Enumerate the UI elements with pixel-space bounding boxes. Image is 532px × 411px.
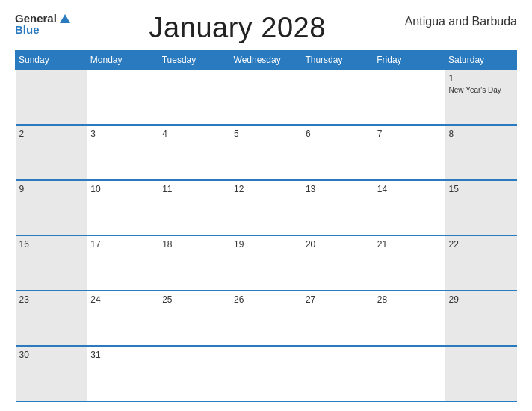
day-number: 16: [19, 239, 84, 250]
weekday-header-row: Sunday Monday Tuesday Wednesday Thursday…: [16, 51, 517, 70]
calendar-cell: 5: [230, 125, 302, 180]
calendar-cell: [87, 69, 158, 125]
day-number: 12: [234, 184, 298, 194]
calendar-cell: 24: [87, 291, 158, 346]
calendar-cell: 22: [445, 235, 517, 291]
day-number: 3: [90, 129, 155, 139]
day-number: 2: [19, 129, 84, 139]
day-number: 25: [162, 294, 226, 305]
day-number: 23: [19, 294, 84, 305]
calendar-cell: 23: [16, 291, 87, 346]
calendar-cell: 20: [302, 235, 374, 291]
header-thursday: Thursday: [302, 51, 374, 70]
calendar-cell: 31: [87, 346, 158, 401]
calendar-cell: [16, 69, 87, 125]
calendar-cell: [445, 346, 517, 401]
day-number: 28: [377, 294, 442, 305]
calendar-cell: [374, 69, 445, 125]
day-number: 4: [162, 129, 226, 139]
calendar-week-row: 16171819202122: [16, 235, 517, 291]
day-number: 5: [234, 129, 298, 139]
day-number: 18: [162, 239, 226, 250]
day-number: 22: [449, 239, 513, 250]
calendar-cell: 12: [230, 180, 302, 235]
calendar-week-row: 2345678: [16, 125, 517, 180]
calendar-cell: 17: [87, 235, 158, 291]
header-friday: Friday: [374, 51, 445, 70]
header-monday: Monday: [87, 51, 158, 70]
day-number: 7: [377, 129, 442, 139]
calendar-cell: 8: [445, 125, 517, 180]
day-number: 9: [19, 184, 84, 194]
calendar-cell: [158, 346, 230, 401]
calendar-cell: 7: [374, 125, 445, 180]
country-name: Antigua and Barbuda: [405, 15, 517, 28]
day-number: 14: [377, 184, 442, 194]
day-number: 1: [449, 73, 513, 84]
day-number: 6: [306, 129, 370, 139]
day-number: 21: [377, 239, 442, 250]
calendar-cell: [374, 346, 445, 401]
calendar-cell: 28: [374, 291, 445, 346]
calendar-cell: 29: [445, 291, 517, 346]
calendar-cell: 6: [302, 125, 374, 180]
calendar-cell: [230, 346, 302, 401]
calendar-week-row: 3031: [16, 346, 517, 401]
logo-triangle-icon: [60, 14, 70, 23]
day-number: 8: [449, 129, 513, 139]
calendar-cell: 25: [158, 291, 230, 346]
calendar-cell: 18: [158, 235, 230, 291]
calendar-cell: 4: [158, 125, 230, 180]
calendar-cell: 10: [87, 180, 158, 235]
calendar-week-row: 1New Year's Day: [16, 69, 517, 125]
calendar-cell: 2: [16, 125, 87, 180]
calendar-cell: 3: [87, 125, 158, 180]
calendar-cell: 27: [302, 291, 374, 346]
calendar-cell: 19: [230, 235, 302, 291]
calendar-title: January 2028: [70, 12, 405, 44]
calendar-page: General Blue January 2028 Antigua and Ba…: [0, 0, 532, 411]
calendar-cell: 9: [16, 180, 87, 235]
title-block: January 2028: [70, 12, 405, 44]
calendar-header: General Blue January 2028 Antigua and Ba…: [15, 12, 517, 44]
logo-blue-text: Blue: [15, 23, 40, 36]
day-number: 30: [19, 350, 84, 360]
calendar-week-row: 9101112131415: [16, 180, 517, 235]
calendar-cell: [302, 346, 374, 401]
calendar-week-row: 23242526272829: [16, 291, 517, 346]
day-number: 11: [162, 184, 226, 194]
calendar-cell: 13: [302, 180, 374, 235]
day-number: 29: [449, 294, 513, 305]
calendar-table: Sunday Monday Tuesday Wednesday Thursday…: [15, 50, 517, 402]
header-tuesday: Tuesday: [158, 51, 230, 70]
day-number: 13: [306, 184, 370, 194]
calendar-cell: 14: [374, 180, 445, 235]
day-number: 17: [90, 239, 155, 250]
day-number: 27: [306, 294, 370, 305]
day-number: 26: [234, 294, 298, 305]
calendar-cell: [302, 69, 374, 125]
calendar-cell: 11: [158, 180, 230, 235]
calendar-cell: 26: [230, 291, 302, 346]
calendar-cell: 15: [445, 180, 517, 235]
header-sunday: Sunday: [16, 51, 87, 70]
calendar-cell: 21: [374, 235, 445, 291]
day-number: 31: [90, 350, 155, 360]
holiday-name: New Year's Day: [449, 85, 513, 95]
calendar-cell: [158, 69, 230, 125]
day-number: 20: [306, 239, 370, 250]
day-number: 10: [90, 184, 155, 194]
day-number: 24: [90, 294, 155, 305]
header-saturday: Saturday: [445, 51, 517, 70]
day-number: 19: [234, 239, 298, 250]
header-wednesday: Wednesday: [230, 51, 302, 70]
calendar-cell: 30: [16, 346, 87, 401]
calendar-cell: 1New Year's Day: [445, 69, 517, 125]
logo: General Blue: [15, 12, 70, 36]
calendar-cell: 16: [16, 235, 87, 291]
day-number: 15: [449, 184, 513, 194]
calendar-cell: [230, 69, 302, 125]
